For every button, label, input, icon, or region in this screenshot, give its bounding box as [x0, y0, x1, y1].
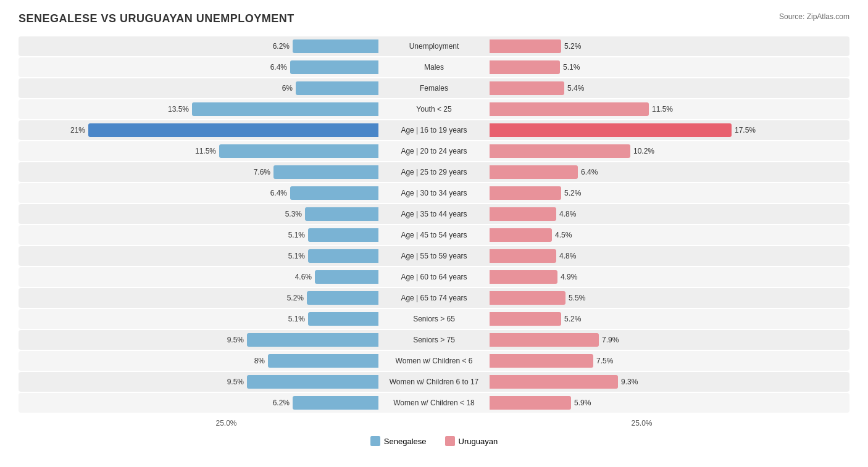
right-value: 4.5% — [555, 231, 578, 239]
axis-right: 25.0% — [434, 419, 849, 428]
right-section: 5.1% — [490, 60, 849, 74]
legend-box-senegalese — [370, 436, 380, 446]
left-bar — [293, 39, 378, 53]
right-bar — [490, 81, 564, 95]
bar-row: 11.5% Age | 20 to 24 years 10.2% — [19, 141, 849, 161]
left-section: 5.1% — [19, 312, 378, 326]
left-section: 5.1% — [19, 249, 378, 263]
left-value: 11.5% — [193, 147, 216, 155]
right-bar — [490, 186, 561, 200]
right-bar — [490, 270, 557, 284]
right-bar — [490, 228, 552, 242]
right-bar — [490, 39, 561, 53]
left-section: 13.5% — [19, 102, 378, 116]
right-section: 7.5% — [490, 354, 849, 368]
right-bar — [490, 60, 560, 74]
center-label: Females — [378, 84, 490, 93]
center-label: Males — [378, 63, 490, 72]
legend-senegalese: Senegalese — [370, 436, 427, 446]
chart-container: SENEGALESE VS URUGUAYAN UNEMPLOYMENT Sou… — [0, 0, 868, 467]
left-section: 9.5% — [19, 375, 378, 389]
legend-label-uruguayan: Uruguayan — [459, 437, 498, 446]
bar-row: 5.1% Seniors > 65 5.2% — [19, 309, 849, 329]
right-section: 4.9% — [490, 270, 849, 284]
right-value: 5.4% — [567, 84, 591, 93]
center-label: Unemployment — [378, 42, 490, 51]
right-bar — [490, 102, 649, 116]
center-label: Age | 30 to 34 years — [378, 189, 490, 197]
right-section: 5.4% — [490, 81, 849, 95]
bar-row: 6.2% Unemployment 5.2% — [19, 36, 849, 56]
right-bar — [490, 165, 578, 179]
bar-row: 5.1% Age | 45 to 54 years 4.5% — [19, 225, 849, 245]
left-bar — [192, 102, 378, 116]
bar-row: 5.1% Age | 55 to 59 years 4.8% — [19, 246, 849, 266]
right-bar — [490, 312, 561, 326]
bar-row: 5.2% Age | 65 to 74 years 5.5% — [19, 288, 849, 308]
bar-row: 9.5% Seniors > 75 7.9% — [19, 330, 849, 350]
left-value: 6.4% — [264, 189, 287, 197]
left-section: 6.2% — [19, 39, 378, 53]
center-label: Women w/ Children < 18 — [378, 399, 490, 407]
left-value: 8% — [241, 357, 265, 365]
left-section: 5.3% — [19, 207, 378, 221]
left-bar — [315, 270, 378, 284]
chart-header: SENEGALESE VS URUGUAYAN UNEMPLOYMENT Sou… — [19, 12, 849, 25]
right-value: 7.9% — [602, 336, 625, 344]
right-value: 5.2% — [564, 42, 588, 51]
right-bar — [490, 291, 565, 305]
right-section: 5.9% — [490, 396, 849, 410]
right-value: 4.8% — [559, 210, 583, 218]
bar-row: 4.6% Age | 60 to 64 years 4.9% — [19, 267, 849, 287]
right-bar — [490, 123, 732, 137]
left-section: 4.6% — [19, 270, 378, 284]
left-section: 5.2% — [19, 291, 378, 305]
right-section: 5.2% — [490, 186, 849, 200]
right-value: 5.1% — [563, 63, 586, 72]
right-value: 17.5% — [735, 126, 758, 134]
right-value: 11.5% — [652, 105, 675, 114]
bar-row: 9.5% Women w/ Children 6 to 17 9.3% — [19, 372, 849, 392]
right-section: 9.3% — [490, 375, 849, 389]
center-label: Seniors > 75 — [378, 336, 490, 344]
left-value: 4.6% — [288, 273, 312, 281]
left-section: 8% — [19, 354, 378, 368]
right-section: 7.9% — [490, 333, 849, 347]
bars-area: 6.2% Unemployment 5.2% 6.4% Males 5.1% 6… — [19, 36, 849, 413]
left-bar — [290, 186, 378, 200]
left-section: 6.2% — [19, 396, 378, 410]
right-section: 10.2% — [490, 144, 849, 158]
left-section: 21% — [19, 123, 378, 137]
right-value: 5.9% — [574, 399, 598, 407]
legend-uruguayan: Uruguayan — [445, 436, 498, 446]
left-bar — [247, 375, 378, 389]
left-section: 5.1% — [19, 228, 378, 242]
left-value: 6.2% — [266, 42, 290, 51]
bar-row: 7.6% Age | 25 to 29 years 6.4% — [19, 162, 849, 182]
left-value: 5.2% — [280, 294, 304, 302]
center-label: Youth < 25 — [378, 105, 490, 114]
chart-source: Source: ZipAtlas.com — [779, 12, 849, 21]
left-bar — [247, 333, 378, 347]
center-label: Age | 65 to 74 years — [378, 294, 490, 302]
center-label: Age | 45 to 54 years — [378, 231, 490, 239]
center-label: Women w/ Children 6 to 17 — [378, 378, 490, 386]
center-label: Age | 20 to 24 years — [378, 147, 490, 155]
right-value: 5.2% — [564, 189, 588, 197]
left-section: 9.5% — [19, 333, 378, 347]
left-bar — [296, 81, 378, 95]
left-bar — [293, 396, 378, 410]
right-section: 17.5% — [490, 123, 849, 137]
right-section: 11.5% — [490, 102, 849, 116]
bar-row: 6.4% Males 5.1% — [19, 57, 849, 77]
right-bar — [490, 354, 593, 368]
left-value: 5.1% — [282, 252, 305, 260]
bar-row: 6.2% Women w/ Children < 18 5.9% — [19, 393, 849, 413]
right-section: 4.5% — [490, 228, 849, 242]
left-value: 9.5% — [220, 378, 244, 386]
center-label: Age | 55 to 59 years — [378, 252, 490, 260]
center-label: Age | 16 to 19 years — [378, 126, 490, 134]
left-value: 5.1% — [282, 315, 305, 323]
left-value: 6.4% — [264, 63, 287, 72]
left-bar — [308, 312, 378, 326]
